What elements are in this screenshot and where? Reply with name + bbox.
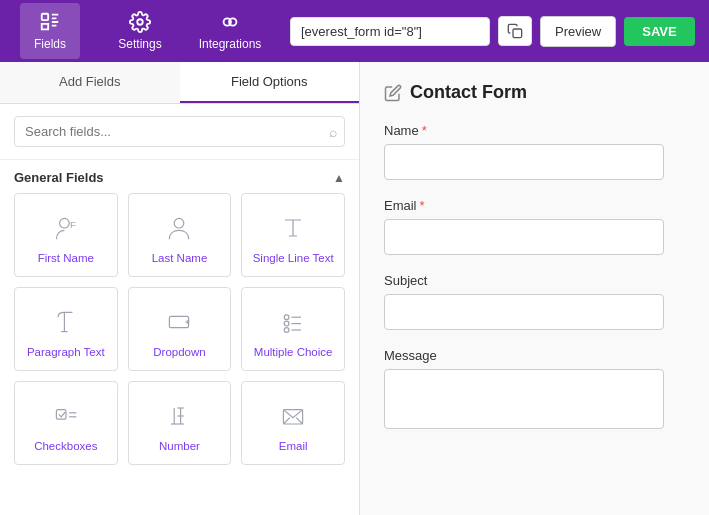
search-area: ⌕ — [0, 104, 359, 160]
field-multiple-choice[interactable]: Multiple Choice — [241, 287, 345, 371]
field-paragraph-text-label: Paragraph Text — [27, 346, 105, 358]
field-single-line-text-label: Single Line Text — [253, 252, 334, 264]
dropdown-icon — [163, 306, 195, 338]
required-star-email: * — [420, 198, 425, 213]
number-icon — [163, 400, 195, 432]
single-line-text-icon — [277, 212, 309, 244]
field-first-name[interactable]: F First Name — [14, 193, 118, 277]
shortcode-area: Preview SAVE — [290, 16, 695, 47]
fields-icon — [39, 11, 61, 33]
svg-rect-15 — [56, 410, 66, 420]
form-input-subject[interactable] — [384, 294, 664, 330]
field-single-line-text[interactable]: Single Line Text — [241, 193, 345, 277]
fields-grid: F First Name Last Name Single Line Text — [0, 193, 359, 479]
email-field-icon — [277, 400, 309, 432]
nav-fields-label: Fields — [34, 37, 66, 51]
field-checkboxes-label: Checkboxes — [34, 440, 97, 452]
form-field-email-label: Email * — [384, 198, 685, 213]
svg-point-9 — [284, 315, 289, 320]
search-wrap: ⌕ — [14, 116, 345, 147]
tab-add-fields[interactable]: Add Fields — [0, 62, 180, 103]
search-input[interactable] — [14, 116, 345, 147]
svg-point-11 — [284, 321, 289, 326]
form-input-name[interactable] — [384, 144, 664, 180]
search-icon: ⌕ — [329, 124, 337, 140]
nav-integrations-label: Integrations — [199, 37, 262, 51]
form-header: Contact Form — [384, 82, 685, 103]
field-last-name-label: Last Name — [152, 252, 208, 264]
field-multiple-choice-label: Multiple Choice — [254, 346, 333, 358]
required-star-name: * — [422, 123, 427, 138]
field-email-label: Email — [279, 440, 308, 452]
checkboxes-icon — [50, 400, 82, 432]
settings-icon — [129, 11, 151, 33]
form-field-name-label: Name * — [384, 123, 685, 138]
last-name-icon — [163, 212, 195, 244]
form-title: Contact Form — [410, 82, 527, 103]
copy-shortcode-button[interactable] — [498, 16, 532, 46]
section-collapse-arrow[interactable]: ▲ — [333, 171, 345, 185]
copy-icon — [507, 23, 523, 39]
form-field-message-label: Message — [384, 348, 685, 363]
field-dropdown[interactable]: Dropdown — [128, 287, 232, 371]
navbar: Fields Settings Integrations Preview SAV… — [0, 0, 709, 62]
nav-fields[interactable]: Fields — [20, 3, 80, 59]
multiple-choice-icon — [277, 306, 309, 338]
svg-rect-0 — [42, 14, 48, 20]
svg-point-13 — [284, 328, 289, 333]
form-field-email: Email * — [384, 198, 685, 255]
section-header-general: General Fields ▲ — [0, 160, 359, 193]
field-checkboxes[interactable]: Checkboxes — [14, 381, 118, 465]
section-label-general: General Fields — [14, 170, 104, 185]
form-input-message[interactable] — [384, 369, 664, 429]
shortcode-input[interactable] — [290, 17, 490, 46]
paragraph-text-icon — [50, 306, 82, 338]
edit-icon — [384, 84, 402, 102]
nav-settings-label: Settings — [118, 37, 161, 51]
main-layout: Add Fields Field Options ⌕ General Field… — [0, 62, 709, 515]
nav-settings[interactable]: Settings — [110, 3, 170, 59]
svg-text:F: F — [70, 219, 76, 230]
tabs: Add Fields Field Options — [0, 62, 359, 104]
field-number[interactable]: Number — [128, 381, 232, 465]
field-number-label: Number — [159, 440, 200, 452]
form-input-email[interactable] — [384, 219, 664, 255]
field-paragraph-text[interactable]: Paragraph Text — [14, 287, 118, 371]
svg-point-7 — [175, 218, 185, 228]
svg-point-1 — [137, 19, 143, 25]
form-field-name: Name * — [384, 123, 685, 180]
form-field-subject-label: Subject — [384, 273, 685, 288]
svg-point-5 — [59, 218, 69, 228]
field-dropdown-label: Dropdown — [153, 346, 205, 358]
form-field-message: Message — [384, 348, 685, 429]
save-button[interactable]: SAVE — [624, 17, 694, 46]
first-name-icon: F — [50, 212, 82, 244]
nav-integrations[interactable]: Integrations — [200, 3, 260, 59]
svg-rect-4 — [513, 29, 522, 38]
right-panel: Contact Form Name * Email * Subject — [360, 62, 709, 515]
field-first-name-label: First Name — [38, 252, 94, 264]
form-field-subject: Subject — [384, 273, 685, 330]
field-email[interactable]: Email — [241, 381, 345, 465]
integrations-icon — [219, 11, 241, 33]
left-panel: Add Fields Field Options ⌕ General Field… — [0, 62, 360, 515]
field-last-name[interactable]: Last Name — [128, 193, 232, 277]
tab-field-options[interactable]: Field Options — [180, 62, 360, 103]
preview-button[interactable]: Preview — [540, 16, 616, 47]
